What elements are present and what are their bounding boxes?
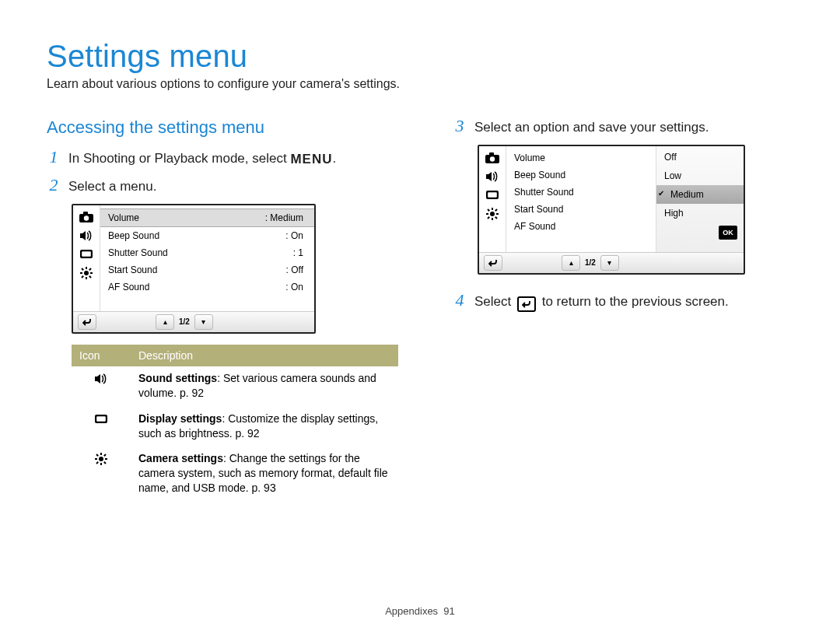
icon-description-table: Icon Description Sound settings: Set var… [72, 345, 398, 502]
table-header-description: Description [131, 345, 398, 366]
row-label: AF Sound [514, 221, 555, 232]
option-item[interactable]: High [656, 204, 744, 222]
step-text: Select an option and save your settings. [474, 117, 709, 137]
row-value: : On [285, 230, 303, 241]
cell-bold: Display settings [138, 412, 222, 425]
ok-button[interactable]: OK [719, 226, 737, 240]
list-row[interactable]: Beep Sound [506, 166, 656, 184]
list-row[interactable]: Shutter Sound [506, 184, 656, 201]
camera-icon [483, 149, 502, 166]
screen-navbar: ▴ 1/2 ▾ [479, 252, 744, 273]
left-column: Accessing the settings menu 1 In Shootin… [47, 110, 398, 502]
speaker-icon [77, 227, 96, 244]
svg-line-10 [82, 268, 83, 270]
footer-page: 91 [443, 605, 454, 617]
speaker-icon [93, 371, 110, 387]
step-number: 3 [453, 117, 467, 135]
up-button[interactable]: ▴ [156, 314, 174, 330]
step-text-part: . [332, 151, 336, 166]
svg-line-36 [495, 217, 497, 219]
cell-bold: Sound settings [138, 372, 217, 384]
svg-point-5 [84, 271, 89, 275]
svg-line-13 [82, 276, 83, 278]
page-footer: Appendixes 91 [0, 605, 840, 617]
row-value: : Off [286, 264, 303, 275]
list-row[interactable]: Start Sound [506, 201, 656, 218]
manual-page: Settings menu Learn about various option… [0, 0, 840, 634]
screen-body: Volume Beep Sound Shutter Sound Start So… [479, 146, 744, 252]
table-row: Display settings: Customize the display … [72, 407, 398, 447]
svg-line-24 [96, 462, 98, 464]
step-number: 4 [453, 292, 467, 309]
row-label: Beep Sound [514, 170, 565, 180]
option-item-selected[interactable]: Medium [656, 185, 744, 204]
list-row[interactable]: Beep Sound: On [100, 227, 314, 244]
screen-sidebar [479, 146, 506, 252]
down-button[interactable]: ▾ [600, 255, 619, 271]
gear-icon [483, 205, 502, 222]
list-row[interactable]: AF Sound [506, 218, 656, 235]
back-button[interactable] [78, 314, 96, 330]
camera-icon [77, 208, 96, 226]
step-text-part: In Shooting or Playback mode, select [68, 151, 290, 166]
svg-line-38 [488, 217, 489, 219]
down-button[interactable]: ▾ [194, 314, 213, 330]
row-label: Volume [108, 212, 139, 223]
settings-list: Volume: Medium Beep Sound: On Shutter So… [100, 205, 314, 311]
svg-point-27 [490, 156, 495, 161]
display-icon [483, 187, 502, 204]
step-text-part: Select [474, 294, 515, 309]
list-row[interactable]: Start Sound: Off [100, 261, 314, 278]
svg-line-37 [495, 209, 497, 211]
row-label: Shutter Sound [108, 247, 168, 258]
row-value: : Medium [265, 212, 303, 223]
page-indicator: 1/2 [179, 317, 190, 326]
svg-rect-4 [82, 251, 91, 257]
step-text: In Shooting or Playback mode, select MEN… [68, 149, 336, 169]
list-row[interactable]: Volume [506, 149, 656, 166]
display-icon [77, 246, 96, 263]
step-4: 4 Select to return to the previous scree… [453, 292, 797, 312]
row-label: Beep Sound [108, 230, 159, 241]
camera-screen-1: Volume: Medium Beep Sound: On Shutter So… [72, 204, 316, 334]
row-label: Shutter Sound [514, 187, 574, 198]
settings-list: Volume Beep Sound Shutter Sound Start So… [506, 146, 656, 252]
option-item[interactable]: Low [656, 166, 744, 185]
back-button[interactable] [484, 255, 502, 271]
step-1: 1 In Shooting or Playback mode, select M… [47, 149, 398, 169]
svg-rect-15 [96, 416, 106, 422]
svg-rect-1 [83, 212, 88, 215]
step-text: Select to return to the previous screen. [474, 292, 729, 312]
display-icon [93, 412, 110, 427]
step-2: 2 Select a menu. [47, 177, 398, 196]
table-row: Sound settings: Set various camera sound… [72, 366, 398, 407]
footer-section: Appendixes [385, 605, 438, 617]
content-columns: Accessing the settings menu 1 In Shootin… [47, 110, 797, 502]
list-row[interactable]: AF Sound: On [100, 278, 314, 296]
row-label: Start Sound [108, 264, 157, 275]
up-button[interactable]: ▴ [562, 255, 580, 271]
speaker-icon [483, 168, 502, 185]
table-header-row: Icon Description [72, 345, 398, 366]
row-label: Volume [514, 152, 545, 163]
option-item[interactable]: Off [656, 148, 744, 166]
list-row[interactable]: Shutter Sound: 1 [100, 244, 314, 261]
section-heading: Accessing the settings menu [47, 117, 398, 138]
step-text-part: to return to the previous screen. [538, 294, 729, 309]
svg-point-16 [99, 457, 103, 461]
table-cell: Display settings: Customize the display … [131, 407, 398, 447]
step-number: 2 [47, 177, 61, 194]
table-header-icon: Icon [72, 345, 131, 366]
menu-label-icon: MENU [290, 152, 332, 166]
svg-line-35 [488, 209, 489, 211]
back-arrow-icon [517, 296, 536, 312]
list-row[interactable]: Volume: Medium [100, 208, 314, 227]
page-title: Settings menu [47, 39, 797, 74]
step-3: 3 Select an option and save your setting… [453, 117, 797, 137]
svg-line-22 [104, 462, 106, 464]
row-label: Start Sound [514, 204, 563, 215]
table-cell: Camera settings: Change the settings for… [131, 447, 398, 502]
right-column: 3 Select an option and save your setting… [453, 110, 797, 502]
table-cell: Sound settings: Set various camera sound… [131, 366, 398, 407]
svg-line-11 [89, 276, 91, 278]
